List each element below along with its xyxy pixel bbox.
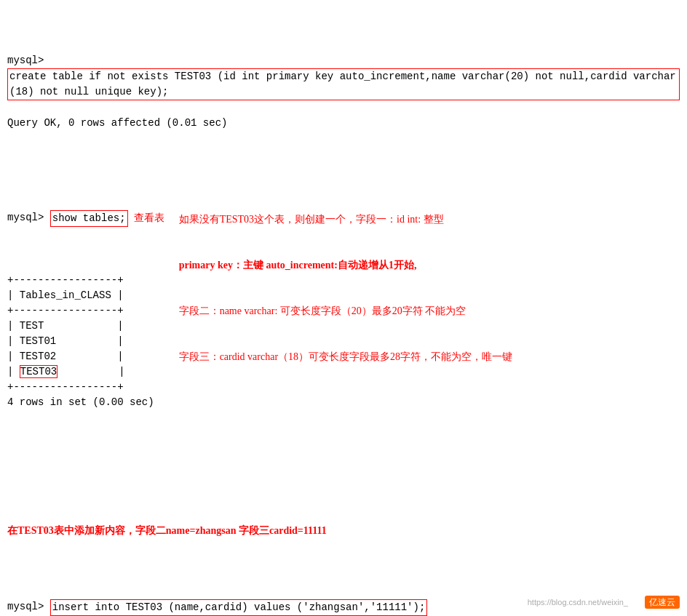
test03-highlight: TEST03	[20, 365, 57, 378]
show-tables-label: 查看表	[134, 210, 164, 225]
show-tables-output: +-----------------+ | Tables_in_CLASS | …	[7, 257, 164, 425]
annotation-1-line4: 字段三：cardid varchar（18）可变长度字段最多28字符，不能为空，…	[179, 349, 512, 364]
watermark-area: https://blog.csdn.net/weixin_ 亿速云	[528, 596, 680, 609]
annotation-2: 在TEST03表中添加新内容，字段二name=zhangsan 字段三cardi…	[7, 523, 680, 538]
section-create-table: mysql> create table if not exists TEST03…	[7, 38, 680, 146]
terminal-content: mysql> create table if not exists TEST03…	[7, 7, 680, 616]
show-tables-cmd: show tables;	[50, 210, 128, 227]
create-table-cmd-line: mysql> create table if not exists TEST03…	[7, 53, 680, 100]
show-tables-left: mysql> show tables;查看表 +----------------…	[7, 180, 164, 456]
annotation-1-line2: primary key：主键 auto_increment:自动递增从1开始,	[179, 257, 512, 273]
annotation-1-line3: 字段二：name varchar: 可变长度字段（20）最多20字符 不能为空	[179, 303, 512, 319]
watermark-url: https://blog.csdn.net/weixin_	[528, 598, 628, 607]
annotation-2-block: 在TEST03表中添加新内容，字段二name=zhangsan 字段三cardi…	[7, 492, 680, 553]
affected-word: affected	[111, 117, 160, 129]
prompt: mysql>	[7, 53, 50, 68]
annotation-block-1: 如果没有TEST03这个表，则创建一个，字段一：id int: 整型 prima…	[179, 181, 512, 395]
insert-zhangsan-cmd: insert into TEST03 (name,cardid) values …	[50, 599, 427, 616]
create-table-result: Query OK, 0 rows affected (0.01 sec)	[7, 116, 680, 131]
prompt2: mysql>	[7, 210, 50, 225]
prompt3: mysql>	[7, 599, 50, 615]
show-tables-section: mysql> show tables;查看表 +----------------…	[7, 180, 680, 456]
logo-badge: 亿速云	[645, 596, 680, 609]
annotation-1-line1: 如果没有TEST03这个表，则创建一个，字段一：id int: 整型	[179, 212, 512, 227]
create-table-cmd: create table if not exists TEST03 (id in…	[7, 68, 680, 100]
show-tables-cmd-line: mysql> show tables;查看表	[7, 210, 164, 227]
